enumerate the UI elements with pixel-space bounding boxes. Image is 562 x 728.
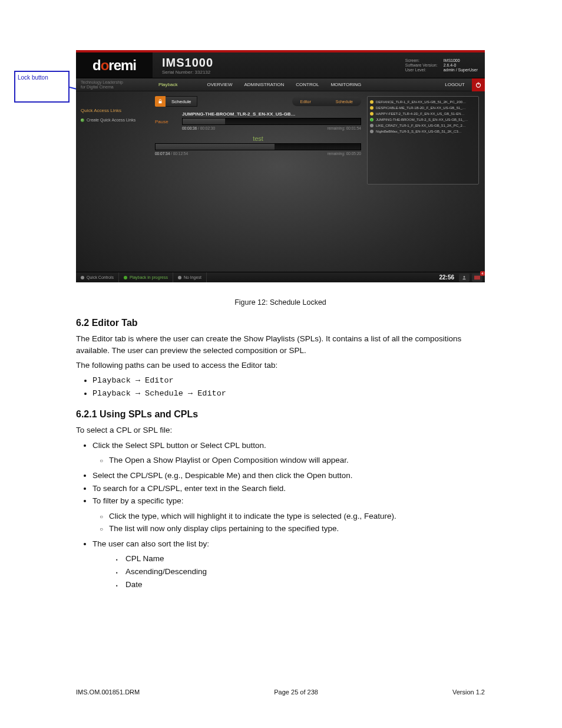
playlist-item[interactable]: DESPICABLE-ME_TLR-1B-2D_F_EN-XX_US-GB_51…: [370, 105, 476, 111]
playlist-item-label: DESPICABLE-ME_TLR-1B-2D_F_EN-XX_US-GB_51…: [376, 106, 466, 110]
list-item: To search for a CPL/SPL, enter text in t…: [92, 483, 485, 495]
nav-control[interactable]: CONTROL: [290, 78, 325, 91]
clock: 22:56: [434, 274, 459, 281]
serial-number: Serial Number: 332132: [162, 70, 405, 75]
tagline-1: Technology Leadership: [81, 80, 153, 85]
notifications-icon[interactable]: 4: [472, 274, 482, 282]
notification-badge: 4: [480, 271, 485, 276]
paragraph: The Editor tab is where the user can cre…: [76, 333, 485, 356]
clip-progress[interactable]: [182, 118, 361, 125]
user-icon[interactable]: [459, 274, 470, 282]
footer-page-number: Page 25 of 238: [274, 689, 318, 696]
status-bar: Quick Controls Playback in progress No I…: [76, 272, 485, 282]
toggle-schedule[interactable]: Schedule: [328, 97, 361, 106]
meta-sw-label: Software Version:: [405, 63, 438, 67]
list-item: The list will now only display clips per…: [109, 523, 485, 535]
heading-editor-tab: 6.2 Editor Tab: [76, 316, 485, 330]
meta-ul-label: User Level:: [405, 68, 438, 72]
svg-rect-4: [474, 275, 480, 279]
list-item: Playback → Schedule → Editor: [92, 388, 485, 400]
footer-version: Version 1.2: [452, 689, 485, 696]
qal-create-link[interactable]: Create Quick Access Links: [81, 118, 148, 122]
status-dot-icon: [370, 130, 373, 133]
nav-overview[interactable]: OVERVIEW: [201, 78, 238, 91]
app-screenshot: doremi IMS1000 Serial Number: 332132 Scr…: [76, 50, 485, 282]
quick-controls-button[interactable]: Quick Controls: [76, 272, 119, 282]
tagline-2: for Digital Cinema: [81, 85, 153, 90]
list-item: To filter by a specific type:: [92, 495, 485, 507]
list-item: Playback → Editor: [92, 375, 485, 387]
playlist-item-label: JUMPING-THE-BROOM_TLR-2_S_EN-XX_US-GB_51…: [376, 118, 468, 121]
logo-o: o: [101, 57, 109, 74]
meta-screen-value: IMS1000: [444, 58, 478, 62]
spl-progress[interactable]: [155, 143, 361, 150]
product-block: IMS1000 Serial Number: 332132: [153, 56, 405, 75]
lock-icon: [157, 98, 163, 104]
list-item: Select the CPL/SPL (e.g., Despicable Me)…: [92, 470, 485, 482]
logo: doremi: [76, 52, 153, 78]
meta-sw-value: 2.6.4-0: [444, 63, 478, 67]
playlist-item[interactable]: LIKE_CRAZY_TLR-1_F_EN-XX_US-GB_51_2K_PC_…: [370, 123, 476, 129]
svg-rect-2: [159, 101, 162, 104]
status-dot-icon: [370, 124, 373, 127]
nav-playback[interactable]: Playback: [153, 78, 183, 91]
list-item: The user can also sort the list by:: [92, 538, 485, 550]
logo-remi: remi: [108, 57, 136, 74]
page-footer: IMS.OM.001851.DRM Page 25 of 238 Version…: [76, 689, 485, 696]
sidebar: Quick Access Links Create Quick Access L…: [76, 91, 153, 272]
dot-icon: [178, 276, 181, 279]
toggle-editor[interactable]: Editor: [292, 97, 319, 106]
playlist-item[interactable]: NightBeBMax_TLR-3_S_EN-XX_US-GB_51_2K_C3…: [370, 129, 476, 134]
playlist-item-label: DEFIANCE_TLR-1_F_EN-XX_US-GB_51_2K_PC_20…: [376, 100, 466, 104]
status-dot-icon: [370, 112, 373, 116]
callout-label: Lock button: [18, 74, 48, 81]
playlist-item[interactable]: DEFIANCE_TLR-1_F_EN-XX_US-GB_51_2K_PC_20…: [370, 99, 476, 105]
clip-time-current: 00:00:36 / 00:02:30: [182, 126, 215, 130]
list-item: Date: [125, 579, 485, 591]
spl-progress-fill: [156, 144, 275, 150]
status-dot-icon: [370, 106, 373, 110]
playlist-item-label: NightBeBMax_TLR-3_S_EN-XX_US-GB_51_2K_C3…: [376, 130, 462, 133]
svg-point-3: [464, 276, 465, 278]
person-icon: [462, 275, 467, 280]
document-body: Figure 12: Schedule Locked 6.2 Editor Ta…: [76, 294, 485, 594]
paragraph: To select a CPL or SPL file:: [76, 424, 485, 436]
list-item: Ascending/Descending: [125, 566, 485, 578]
nav-administration[interactable]: ADMINISTRATION: [238, 78, 290, 91]
meta-screen-label: Screen:: [405, 58, 438, 62]
logout-link[interactable]: LOGOUT: [438, 82, 472, 87]
power-button[interactable]: [472, 78, 485, 91]
mode-toggle: Editor Schedule: [292, 97, 362, 106]
product-name: IMS1000: [162, 56, 405, 70]
svg-rect-1: [478, 82, 479, 85]
pause-label[interactable]: Pause: [155, 119, 177, 124]
playlist-item[interactable]: JUMPING-THE-BROOM_TLR-2_S_EN-XX_US-GB_51…: [370, 117, 476, 123]
ingest-status: No Ingest: [173, 272, 207, 282]
dot-icon: [124, 276, 127, 279]
playlist-item-label: LIKE_CRAZY_TLR-1_F_EN-XX_US-GB_51_2K_PC_…: [376, 124, 466, 127]
main-area: Schedule Editor Schedule JUMPING-THE-BRO…: [153, 91, 485, 272]
playlist-item-label: HAPPY-FEET-2_TLR-4-2D_F_EN-XX_US_GB_51-E…: [376, 112, 465, 116]
current-clip-title: JUMPING-THE-BROOM_TLR-2_S_EN-XX_US-GB…: [182, 111, 361, 117]
tagline: Technology Leadership for Digital Cinema: [76, 80, 153, 89]
list-item: CPL Name: [125, 553, 485, 565]
lock-button[interactable]: [155, 96, 166, 107]
figure-caption: Figure 12: Schedule Locked: [76, 297, 485, 308]
paragraph: The following paths can be used to acces…: [76, 360, 485, 371]
nav-monitoring[interactable]: MONITORING: [325, 78, 367, 91]
heading-using-spl-cpl: 6.2.1 Using SPLs and CPLs: [76, 407, 485, 421]
playback-status: Playback in progress: [119, 272, 173, 282]
qal-heading: Quick Access Links: [81, 108, 148, 113]
dot-icon: [81, 276, 84, 279]
nav-row: Technology Leadership for Digital Cinema…: [76, 78, 485, 91]
playlist-item[interactable]: HAPPY-FEET-2_TLR-4-2D_F_EN-XX_US_GB_51-E…: [370, 111, 476, 117]
spl-name: test: [155, 135, 361, 142]
meta-ul-value: admin / SuperUser: [444, 68, 478, 72]
app-header: doremi IMS1000 Serial Number: 332132 Scr…: [76, 52, 485, 78]
tab-schedule[interactable]: Schedule: [166, 96, 197, 107]
status-dot-icon: [370, 118, 373, 121]
power-icon: [475, 81, 482, 88]
logo-d: d: [92, 57, 101, 74]
clip-time-remaining: remaining: 00:01:54: [328, 126, 361, 130]
list-item: Click the Select SPL button or Select CP…: [92, 440, 485, 452]
